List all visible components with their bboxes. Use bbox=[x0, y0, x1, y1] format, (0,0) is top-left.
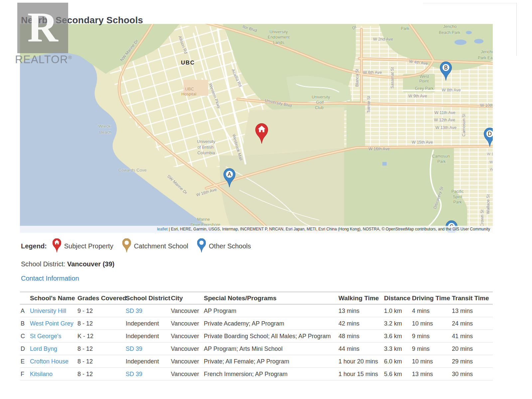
special-notes-cell: Private Academy; AP Program bbox=[203, 317, 338, 330]
map-label: W 1 bbox=[487, 152, 493, 156]
other-schools-pin-icon bbox=[197, 238, 206, 253]
transit-time-cell: 20 mins bbox=[451, 342, 493, 355]
driving-time-cell: 9 mins bbox=[411, 342, 451, 355]
page-title: Nearby Secondary Schools bbox=[21, 15, 143, 26]
map-label: Park bbox=[453, 200, 462, 204]
map-label: Camosun St bbox=[462, 113, 466, 136]
map-label: W 9th Ave bbox=[408, 94, 427, 98]
map-label: W 12th Ave bbox=[434, 118, 455, 122]
schools-table-row: DLord Byng8 - 12SD 39VancouverAP Program… bbox=[20, 342, 493, 355]
schools-column-header: Driving Time bbox=[411, 292, 451, 304]
school-name-link-cell: West Point Grey bbox=[29, 317, 77, 330]
pacific-spirit-green bbox=[344, 148, 467, 233]
attribution-text: | Esri, HERE, Garmin, USGS, Intermap, IN… bbox=[168, 227, 490, 231]
grades-covered-cell: 9 - 12 bbox=[77, 304, 125, 317]
legend-label-other: Other Schools bbox=[209, 242, 251, 250]
map-label: Endowment bbox=[268, 35, 290, 40]
grades-covered-cell: K - 12 bbox=[77, 330, 125, 342]
map-label: W 2nd Ave bbox=[373, 37, 393, 42]
map-label: Beach bbox=[99, 130, 112, 135]
schools-column-header: School District bbox=[125, 292, 170, 304]
schools-column-header: Transit Time bbox=[451, 292, 493, 304]
school-district-link[interactable]: SD 39 bbox=[126, 308, 142, 314]
city-cell: Vancouver bbox=[170, 330, 203, 342]
school-district-link-cell: SD 39 bbox=[125, 342, 170, 355]
panel-edge-horizontal bbox=[423, 3, 516, 3]
schools-table-row: FKitsilano8 - 12SD 39VancouverFrench Imm… bbox=[20, 368, 493, 380]
row-marker-letter: F bbox=[20, 368, 29, 380]
pin-letter: A bbox=[228, 172, 231, 177]
map-label: W 13th Ave bbox=[435, 125, 457, 130]
leaflet-link[interactable]: leaflet bbox=[157, 227, 168, 231]
walking-time-cell: 44 mins bbox=[338, 342, 383, 355]
schools-column-header: Walking Time bbox=[338, 292, 383, 304]
school-name-link[interactable]: Lord Byng bbox=[30, 345, 57, 352]
schools-table-header: School's NameGrades CoveredSchool Distri… bbox=[20, 292, 493, 304]
map-label: Golf bbox=[316, 100, 324, 105]
map-canvas: UBCUBCHospitalWreckBeachCowards CoveUniv… bbox=[20, 24, 493, 233]
map-label: of British bbox=[198, 145, 214, 150]
map-label: Marine bbox=[197, 217, 210, 222]
schools-column-header: City bbox=[170, 292, 203, 304]
school-district-link-cell: SD 39 bbox=[125, 368, 170, 380]
special-notes-cell: Private Boarding School; All Males; AP P… bbox=[203, 330, 338, 342]
pin-letter: B bbox=[444, 65, 448, 70]
map-label: Point bbox=[419, 79, 429, 83]
map-label: W 11th Ave bbox=[435, 110, 456, 115]
map-label: West bbox=[420, 74, 429, 79]
catchment-school-pin-icon bbox=[122, 238, 131, 253]
school-district-label: School District: bbox=[21, 260, 65, 268]
schools-table-row: CSt George'sK - 12IndependentVancouverPr… bbox=[20, 330, 493, 342]
contact-information-link[interactable]: Contact Information bbox=[21, 275, 79, 282]
grades-covered-cell: 8 - 12 bbox=[77, 368, 125, 380]
map-label: UBC bbox=[185, 87, 194, 91]
schools-column-header: Distance bbox=[383, 292, 411, 304]
grades-covered-cell: 8 - 12 bbox=[77, 342, 125, 355]
legend-item-catchment-school: Catchment School bbox=[122, 239, 188, 253]
special-notes-cell: AP Program bbox=[203, 304, 338, 317]
school-district-line: School District: Vancouver (39) bbox=[21, 260, 114, 268]
legend-title: Legend: bbox=[21, 242, 47, 250]
schools-column-header: School's Name bbox=[29, 292, 77, 304]
map-label: University bbox=[312, 95, 331, 99]
map-label: UBC bbox=[181, 60, 195, 66]
distance-cell: 3.6 km bbox=[383, 330, 411, 342]
row-marker-letter: C bbox=[20, 330, 29, 342]
grades-covered-cell: 8 - 12 bbox=[77, 317, 125, 330]
school-district-link[interactable]: SD 39 bbox=[126, 371, 142, 377]
legend-item-subject-property: Subject Property bbox=[53, 239, 113, 253]
school-district-cell: Independent bbox=[125, 330, 170, 342]
distance-cell: 1.0 km bbox=[383, 304, 411, 317]
legend-label-catchment: Catchment School bbox=[134, 242, 188, 250]
school-name-link[interactable]: Kitsilano bbox=[30, 371, 53, 377]
transit-time-cell: 24 mins bbox=[451, 317, 493, 330]
school-name-link[interactable]: St George's bbox=[30, 333, 61, 339]
grades-covered-cell: 8 - 12 bbox=[77, 355, 125, 368]
school-name-link-cell: Crofton House bbox=[29, 355, 77, 368]
map-label: Blanca St bbox=[355, 69, 359, 87]
school-name-link[interactable]: Crofton House bbox=[30, 358, 68, 365]
school-district-link[interactable]: SD 39 bbox=[126, 345, 142, 352]
map-label: Club bbox=[315, 105, 324, 110]
foreshore-scrub bbox=[219, 148, 344, 233]
transit-time-cell: 30 mins bbox=[451, 368, 493, 380]
map-label: W 15th Ave bbox=[412, 140, 433, 145]
map-label: Jericho bbox=[443, 24, 457, 29]
school-name-link[interactable]: University Hill bbox=[30, 308, 66, 314]
schools-map[interactable]: UBCUBCHospitalWreckBeachCowards CoveUniv… bbox=[20, 24, 493, 233]
city-cell: Vancouver bbox=[170, 304, 203, 317]
subject-property-pin-icon bbox=[53, 238, 61, 253]
pin-letter: D bbox=[488, 131, 492, 137]
school-name-link[interactable]: West Point Grey bbox=[30, 320, 73, 327]
distance-cell: 3.3 km bbox=[383, 342, 411, 355]
school-district-link-cell: SD 39 bbox=[125, 304, 170, 317]
map-label: W 6th Ave bbox=[363, 70, 382, 75]
distance-cell: 5.6 km bbox=[383, 368, 411, 380]
map-label: Camosun bbox=[432, 154, 450, 159]
map-label: Beach Park bbox=[439, 30, 461, 35]
map-label: Wallace St bbox=[486, 194, 490, 214]
map-label: Crown St bbox=[480, 209, 484, 227]
map-label: Lands bbox=[273, 40, 284, 45]
schools-table-row: AUniversity Hill9 - 12SD 39VancouverAP P… bbox=[20, 304, 493, 317]
schools-column-header bbox=[20, 292, 29, 304]
